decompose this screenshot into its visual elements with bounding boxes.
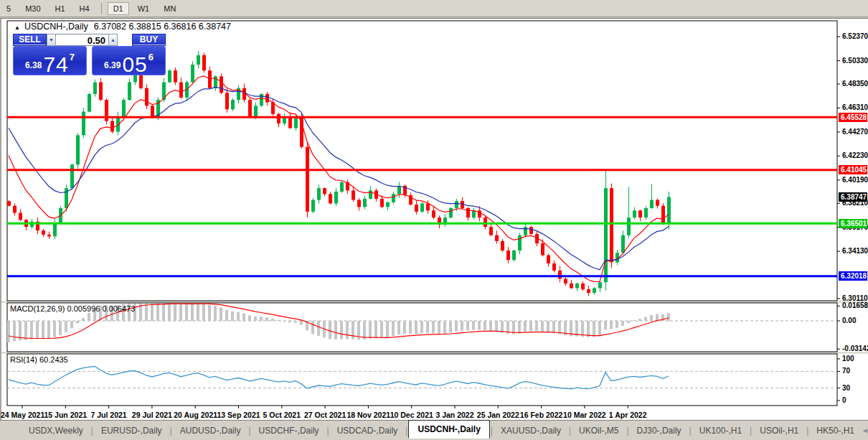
sell-price-pips: 74	[43, 55, 68, 74]
timeframe-button-h1[interactable]: H1	[49, 2, 71, 15]
macd-indicator-label: MACD(12,26,9) 0.005996 0.006473	[10, 304, 135, 313]
rsi-indicator-label: RSI(14) 60.2435	[10, 355, 68, 364]
timeframe-button-mn[interactable]: MN	[158, 2, 181, 15]
tab-xauusd-daily[interactable]: XAUUSD-,Daily	[494, 423, 568, 439]
buy-price-figure: 6.39	[104, 60, 121, 70]
timeframe-button-m30[interactable]: M30	[19, 2, 46, 15]
one-click-trading-panel: SELL ▼ 0.50 ▲ BUY 6.38 74 7 6.39 05 6	[13, 34, 166, 75]
tab-separator: |	[626, 426, 628, 436]
chart-ohlc-values: 6.37082 6.38815 6.36816 6.38747	[94, 22, 231, 32]
tab-separator: |	[327, 426, 329, 436]
tab-ukoil-m5[interactable]: UKOil-,M5	[572, 423, 626, 439]
up-arrow-icon: ▲	[110, 37, 115, 42]
volume-increase-button[interactable]: ▲	[108, 34, 118, 46]
chart-symbol-label: USDCNH-,Daily	[24, 22, 88, 32]
timeframe-button-h4[interactable]: H4	[74, 2, 95, 15]
timeframe-button-d1[interactable]: D1	[108, 2, 129, 15]
chart-window: 6.523706.503306.483506.463106.442706.422…	[0, 18, 868, 420]
tab-audusd-daily[interactable]: AUDUSD-,Daily	[173, 423, 248, 439]
tab-separator: |	[491, 426, 493, 436]
tab-separator: |	[405, 426, 407, 436]
rsi-value: 60.2435	[39, 355, 68, 364]
tab-uk100-h1[interactable]: UK100-,H1	[692, 423, 749, 439]
buy-button[interactable]: BUY	[132, 34, 166, 46]
rsi-name: RSI(14)	[10, 355, 37, 364]
tab-dj30-daily[interactable]: DJ30-,Daily	[630, 423, 689, 439]
timeframe-button-5[interactable]: 5	[1, 2, 16, 15]
tab-separator: |	[806, 426, 808, 436]
down-arrow-icon: ▼	[49, 37, 54, 42]
sell-price-display[interactable]: 6.38 74 7	[13, 46, 87, 75]
tab-separator: |	[170, 426, 172, 436]
macd-name: MACD(12,26,9)	[10, 304, 65, 313]
buy-price-pips: 05	[122, 55, 147, 74]
tab-usdx-weekly[interactable]: USDX,Weekly	[22, 423, 90, 439]
mt4-terminal: 5M30H1H4D1W1MN 6.523706.503306.483506.46…	[0, 0, 868, 440]
tab-usdcnh-daily[interactable]: USDCNH-,Daily	[408, 420, 489, 439]
tab-separator: |	[248, 426, 250, 436]
buy-price-point: 6	[148, 52, 154, 62]
chart-tab-bar: USDX,Weekly|EURUSD-,Daily|AUDUSD-,Daily|…	[0, 420, 868, 440]
timeframe-toolbar: 5M30H1H4D1W1MN	[0, 0, 868, 17]
volume-input[interactable]: 0.50	[56, 34, 108, 46]
chart-plot[interactable]	[1, 19, 868, 421]
tab-scroll-arrows: ◄►	[862, 426, 868, 434]
sell-button[interactable]: SELL	[13, 34, 47, 46]
tab-usoil-h1[interactable]: USOil-,H1	[753, 423, 806, 439]
sell-price-figure: 6.38	[25, 60, 42, 70]
tab-usdchf-daily[interactable]: USDCHF-,Daily	[252, 423, 326, 439]
tab-eurusd-daily[interactable]: EURUSD-,Daily	[94, 423, 169, 439]
tab-separator: |	[689, 426, 692, 436]
chart-title: ▲USDCNH-,Daily6.37082 6.38815 6.36816 6.…	[14, 22, 231, 32]
tab-separator: |	[569, 426, 571, 436]
toolbar-separator	[101, 3, 102, 14]
tab-usdcad-daily[interactable]: USDCAD-,Daily	[330, 423, 405, 439]
collapse-triangle-icon[interactable]: ▲	[14, 24, 20, 31]
buy-price-display[interactable]: 6.39 05 6	[92, 46, 166, 75]
tab-scroll-left-icon[interactable]: ◄	[862, 426, 868, 434]
tab-separator: |	[750, 426, 752, 436]
tab-separator: |	[91, 426, 93, 436]
timeframe-button-w1[interactable]: W1	[132, 2, 156, 15]
tab-hk50-h1[interactable]: HK50-,H1	[809, 423, 862, 439]
sell-price-point: 7	[70, 52, 75, 62]
macd-values: 0.005996 0.006473	[67, 304, 135, 313]
volume-decrease-button[interactable]: ▼	[47, 34, 56, 46]
